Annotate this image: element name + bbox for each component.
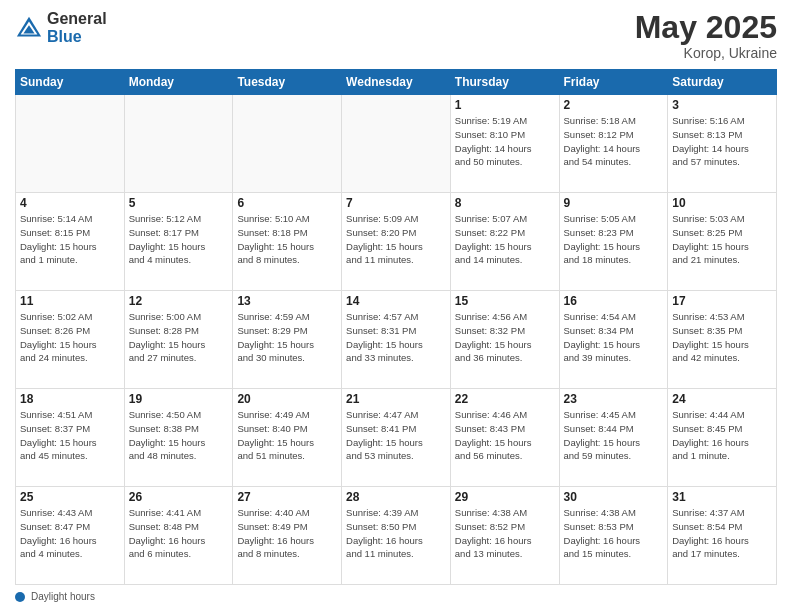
day-number: 27	[237, 490, 337, 504]
calendar-week-3: 11Sunrise: 5:02 AM Sunset: 8:26 PM Dayli…	[16, 291, 777, 389]
day-info: Sunrise: 5:16 AM Sunset: 8:13 PM Dayligh…	[672, 114, 772, 169]
table-row: 15Sunrise: 4:56 AM Sunset: 8:32 PM Dayli…	[450, 291, 559, 389]
col-friday: Friday	[559, 70, 668, 95]
day-info: Sunrise: 4:43 AM Sunset: 8:47 PM Dayligh…	[20, 506, 120, 561]
calendar-header-row: Sunday Monday Tuesday Wednesday Thursday…	[16, 70, 777, 95]
day-info: Sunrise: 4:38 AM Sunset: 8:52 PM Dayligh…	[455, 506, 555, 561]
table-row: 2Sunrise: 5:18 AM Sunset: 8:12 PM Daylig…	[559, 95, 668, 193]
day-number: 26	[129, 490, 229, 504]
calendar-table: Sunday Monday Tuesday Wednesday Thursday…	[15, 69, 777, 585]
day-number: 10	[672, 196, 772, 210]
table-row: 3Sunrise: 5:16 AM Sunset: 8:13 PM Daylig…	[668, 95, 777, 193]
table-row: 27Sunrise: 4:40 AM Sunset: 8:49 PM Dayli…	[233, 487, 342, 585]
day-info: Sunrise: 5:02 AM Sunset: 8:26 PM Dayligh…	[20, 310, 120, 365]
table-row: 14Sunrise: 4:57 AM Sunset: 8:31 PM Dayli…	[342, 291, 451, 389]
calendar-title: May 2025	[635, 10, 777, 45]
logo-text: General Blue	[47, 10, 107, 45]
table-row	[342, 95, 451, 193]
title-block: May 2025 Korop, Ukraine	[635, 10, 777, 61]
day-info: Sunrise: 4:45 AM Sunset: 8:44 PM Dayligh…	[564, 408, 664, 463]
page: General Blue May 2025 Korop, Ukraine Sun…	[0, 0, 792, 612]
calendar-week-1: 1Sunrise: 5:19 AM Sunset: 8:10 PM Daylig…	[16, 95, 777, 193]
calendar-week-2: 4Sunrise: 5:14 AM Sunset: 8:15 PM Daylig…	[16, 193, 777, 291]
day-info: Sunrise: 5:05 AM Sunset: 8:23 PM Dayligh…	[564, 212, 664, 267]
table-row	[124, 95, 233, 193]
day-number: 19	[129, 392, 229, 406]
table-row: 10Sunrise: 5:03 AM Sunset: 8:25 PM Dayli…	[668, 193, 777, 291]
day-info: Sunrise: 4:53 AM Sunset: 8:35 PM Dayligh…	[672, 310, 772, 365]
day-info: Sunrise: 4:46 AM Sunset: 8:43 PM Dayligh…	[455, 408, 555, 463]
day-info: Sunrise: 4:39 AM Sunset: 8:50 PM Dayligh…	[346, 506, 446, 561]
table-row: 26Sunrise: 4:41 AM Sunset: 8:48 PM Dayli…	[124, 487, 233, 585]
day-number: 25	[20, 490, 120, 504]
table-row: 1Sunrise: 5:19 AM Sunset: 8:10 PM Daylig…	[450, 95, 559, 193]
logo-icon	[15, 14, 43, 42]
day-info: Sunrise: 5:03 AM Sunset: 8:25 PM Dayligh…	[672, 212, 772, 267]
day-number: 2	[564, 98, 664, 112]
day-info: Sunrise: 4:59 AM Sunset: 8:29 PM Dayligh…	[237, 310, 337, 365]
table-row: 28Sunrise: 4:39 AM Sunset: 8:50 PM Dayli…	[342, 487, 451, 585]
day-number: 28	[346, 490, 446, 504]
day-number: 21	[346, 392, 446, 406]
table-row: 25Sunrise: 4:43 AM Sunset: 8:47 PM Dayli…	[16, 487, 125, 585]
day-info: Sunrise: 5:14 AM Sunset: 8:15 PM Dayligh…	[20, 212, 120, 267]
day-info: Sunrise: 5:10 AM Sunset: 8:18 PM Dayligh…	[237, 212, 337, 267]
col-sunday: Sunday	[16, 70, 125, 95]
table-row: 5Sunrise: 5:12 AM Sunset: 8:17 PM Daylig…	[124, 193, 233, 291]
day-info: Sunrise: 4:56 AM Sunset: 8:32 PM Dayligh…	[455, 310, 555, 365]
day-number: 8	[455, 196, 555, 210]
day-info: Sunrise: 4:50 AM Sunset: 8:38 PM Dayligh…	[129, 408, 229, 463]
day-info: Sunrise: 5:18 AM Sunset: 8:12 PM Dayligh…	[564, 114, 664, 169]
col-tuesday: Tuesday	[233, 70, 342, 95]
table-row: 17Sunrise: 4:53 AM Sunset: 8:35 PM Dayli…	[668, 291, 777, 389]
table-row: 8Sunrise: 5:07 AM Sunset: 8:22 PM Daylig…	[450, 193, 559, 291]
calendar-location: Korop, Ukraine	[635, 45, 777, 61]
day-number: 5	[129, 196, 229, 210]
col-saturday: Saturday	[668, 70, 777, 95]
day-number: 14	[346, 294, 446, 308]
day-info: Sunrise: 5:07 AM Sunset: 8:22 PM Dayligh…	[455, 212, 555, 267]
col-monday: Monday	[124, 70, 233, 95]
day-number: 30	[564, 490, 664, 504]
day-number: 16	[564, 294, 664, 308]
day-info: Sunrise: 4:57 AM Sunset: 8:31 PM Dayligh…	[346, 310, 446, 365]
day-info: Sunrise: 5:19 AM Sunset: 8:10 PM Dayligh…	[455, 114, 555, 169]
day-info: Sunrise: 4:49 AM Sunset: 8:40 PM Dayligh…	[237, 408, 337, 463]
table-row: 22Sunrise: 4:46 AM Sunset: 8:43 PM Dayli…	[450, 389, 559, 487]
header: General Blue May 2025 Korop, Ukraine	[15, 10, 777, 61]
day-number: 20	[237, 392, 337, 406]
calendar-week-5: 25Sunrise: 4:43 AM Sunset: 8:47 PM Dayli…	[16, 487, 777, 585]
table-row	[233, 95, 342, 193]
day-info: Sunrise: 4:40 AM Sunset: 8:49 PM Dayligh…	[237, 506, 337, 561]
day-number: 23	[564, 392, 664, 406]
footer-dot-icon	[15, 592, 25, 602]
table-row: 7Sunrise: 5:09 AM Sunset: 8:20 PM Daylig…	[342, 193, 451, 291]
day-number: 15	[455, 294, 555, 308]
day-number: 29	[455, 490, 555, 504]
day-number: 4	[20, 196, 120, 210]
table-row: 6Sunrise: 5:10 AM Sunset: 8:18 PM Daylig…	[233, 193, 342, 291]
day-number: 31	[672, 490, 772, 504]
day-number: 18	[20, 392, 120, 406]
table-row: 30Sunrise: 4:38 AM Sunset: 8:53 PM Dayli…	[559, 487, 668, 585]
col-wednesday: Wednesday	[342, 70, 451, 95]
table-row: 16Sunrise: 4:54 AM Sunset: 8:34 PM Dayli…	[559, 291, 668, 389]
day-number: 17	[672, 294, 772, 308]
day-info: Sunrise: 4:47 AM Sunset: 8:41 PM Dayligh…	[346, 408, 446, 463]
day-info: Sunrise: 4:41 AM Sunset: 8:48 PM Dayligh…	[129, 506, 229, 561]
table-row: 23Sunrise: 4:45 AM Sunset: 8:44 PM Dayli…	[559, 389, 668, 487]
table-row: 9Sunrise: 5:05 AM Sunset: 8:23 PM Daylig…	[559, 193, 668, 291]
logo-blue-text: Blue	[47, 28, 107, 46]
day-number: 7	[346, 196, 446, 210]
table-row	[16, 95, 125, 193]
day-info: Sunrise: 4:37 AM Sunset: 8:54 PM Dayligh…	[672, 506, 772, 561]
day-number: 11	[20, 294, 120, 308]
table-row: 4Sunrise: 5:14 AM Sunset: 8:15 PM Daylig…	[16, 193, 125, 291]
day-info: Sunrise: 5:00 AM Sunset: 8:28 PM Dayligh…	[129, 310, 229, 365]
day-number: 9	[564, 196, 664, 210]
table-row: 24Sunrise: 4:44 AM Sunset: 8:45 PM Dayli…	[668, 389, 777, 487]
table-row: 11Sunrise: 5:02 AM Sunset: 8:26 PM Dayli…	[16, 291, 125, 389]
day-info: Sunrise: 5:09 AM Sunset: 8:20 PM Dayligh…	[346, 212, 446, 267]
table-row: 21Sunrise: 4:47 AM Sunset: 8:41 PM Dayli…	[342, 389, 451, 487]
table-row: 19Sunrise: 4:50 AM Sunset: 8:38 PM Dayli…	[124, 389, 233, 487]
